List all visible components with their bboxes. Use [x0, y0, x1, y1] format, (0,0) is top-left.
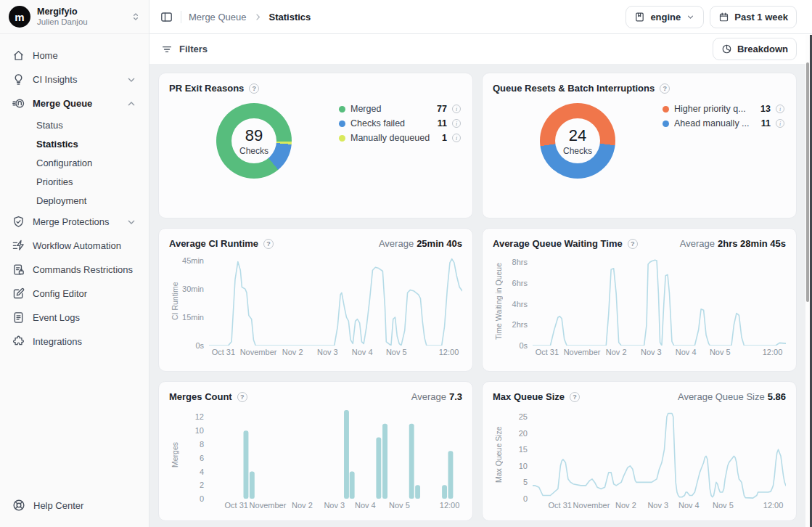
x-tick-label: Nov 3 — [641, 348, 662, 356]
chart-average-value: 5.86 — [768, 391, 786, 402]
donut-total: 89 — [245, 126, 263, 145]
sidebar-toggle-icon[interactable] — [160, 10, 173, 24]
puzzle-icon — [12, 335, 25, 348]
card-header: Max Queue Size?Average Queue Size5.86 — [493, 391, 786, 402]
sidebar-item-label: Merge Queue — [33, 98, 92, 109]
info-icon[interactable]: i — [452, 105, 461, 113]
plot-area: Oct 31NovemberNov 2Nov 3Nov 4Nov 512:00 — [533, 410, 786, 513]
y-tick-label: 20 — [519, 429, 528, 438]
help-icon[interactable]: ? — [628, 239, 638, 249]
info-icon[interactable]: i — [776, 119, 784, 128]
y-tick-label: 6hrs — [512, 279, 528, 287]
filters-button[interactable]: Filters — [161, 44, 208, 55]
chart-average: Average25min 40s — [379, 238, 462, 249]
breadcrumb-statistics: Statistics — [269, 12, 311, 23]
legend-color-dot — [339, 135, 345, 142]
card-header: Average CI Runtime?Average25min 40s — [169, 238, 462, 249]
x-tick-label: 12:00 — [440, 501, 460, 510]
card-header: PR Exit Reasons? — [169, 83, 462, 94]
info-icon[interactable]: i — [452, 119, 461, 128]
legend-color-dot — [663, 120, 669, 127]
lightbulb-icon — [12, 73, 25, 86]
x-tick-label: Oct 31 — [536, 348, 559, 356]
sidebar-item-workflow-automation[interactable]: Workflow Automation — [6, 234, 143, 258]
sidebar-item-label: Home — [33, 50, 58, 61]
topbar-divider — [181, 11, 181, 23]
sidebar-subitem-priorities[interactable]: Priorities — [6, 172, 143, 191]
x-tick-label: Nov 2 — [606, 348, 627, 356]
y-axis-title: Time Waiting in Queue — [493, 257, 504, 346]
y-tick-label: 8 — [200, 440, 204, 449]
legend-item-higher-priority-q[interactable]: Higher priority q...13i — [663, 102, 784, 116]
legend-item-ahead-manually[interactable]: Ahead manually ...11i — [663, 116, 784, 131]
dashboard-grid: PR Exit Reasons?89ChecksMerged77iChecks … — [149, 65, 812, 527]
legend-value: 11 — [438, 118, 447, 128]
help-icon[interactable]: ? — [660, 83, 670, 94]
bar — [344, 410, 349, 499]
sidebar-item-config-editor[interactable]: Config Editor — [6, 282, 143, 306]
info-icon[interactable]: i — [452, 134, 461, 142]
info-icon[interactable]: i — [776, 105, 784, 113]
y-tick-label: 4hrs — [512, 300, 528, 309]
help-icon[interactable]: ? — [263, 239, 274, 249]
x-tick-label: 12:00 — [439, 348, 459, 356]
legend-item-manually-dequeued[interactable]: Manually dequeued1i — [339, 131, 461, 145]
x-tick-label: November — [250, 501, 287, 510]
breadcrumb-merge-queue[interactable]: Merge Queue — [189, 12, 247, 23]
sidebar-item-merge-queue[interactable]: Merge Queue — [6, 91, 143, 115]
card-average-queue-waiting-time: Average Queue Waiting Time?Average2hrs 2… — [482, 228, 797, 372]
sidebar-item-event-logs[interactable]: Event Logs — [6, 306, 143, 330]
legend-label: Merged — [350, 104, 432, 114]
sidebar-item-integrations[interactable]: Integrations — [6, 330, 143, 354]
sidebar-item-merge-protections[interactable]: Merge Protections — [6, 210, 143, 234]
line-series — [533, 414, 786, 499]
sidebar-item-commands-restrictions[interactable]: Commands Restrictions — [6, 258, 143, 282]
chevron-down-icon — [686, 12, 695, 22]
donut-ring: 24Checks — [540, 103, 615, 179]
legend-label: Higher priority q... — [674, 104, 755, 114]
chart-title: Average CI Runtime — [169, 238, 258, 249]
date-range-button[interactable]: Past 1 week — [710, 6, 797, 28]
card-queue-resets-batch-interruptions: Queue Resets & Batch Interruptions?24Che… — [482, 73, 797, 218]
sidebar-item-label: Merge Protections — [33, 216, 110, 227]
breakdown-button[interactable]: Breakdown — [713, 38, 797, 60]
y-tick-label: 12 — [195, 412, 204, 421]
chevron-up-icon — [126, 98, 137, 110]
legend-color-dot — [663, 106, 669, 113]
legend-item-merged[interactable]: Merged77i — [339, 102, 461, 116]
donut-ring: 89Checks — [216, 103, 292, 179]
repository-selector[interactable]: engine — [626, 6, 704, 28]
org-switcher-updown-icon[interactable] — [130, 11, 142, 23]
help-icon[interactable]: ? — [237, 392, 247, 402]
y-tick-label: 10 — [195, 426, 204, 435]
sidebar-item-help-center[interactable]: Help Center — [0, 488, 149, 527]
repository-selector-label: engine — [650, 12, 681, 23]
y-axis-ticks: 024681012 — [180, 410, 209, 499]
sidebar-subitem-status[interactable]: Status — [6, 115, 143, 134]
bar — [448, 451, 453, 499]
x-tick-label: Nov 3 — [324, 501, 345, 510]
sidebar-subitem-configuration[interactable]: Configuration — [6, 153, 143, 172]
sidebar-subitem-deployment[interactable]: Deployment — [6, 191, 143, 210]
sidebar-item-label: Integrations — [33, 336, 82, 347]
org-switcher[interactable]: m Mergifyio Julien Danjou — [0, 0, 149, 34]
legend-label: Checks failed — [350, 118, 432, 128]
y-tick-label: 0 — [200, 494, 204, 503]
x-tick-label: Nov 3 — [647, 501, 668, 510]
chart-legend: Merged77iChecks failed11iManually dequeu… — [339, 95, 462, 179]
donut-chart: 24Checks — [493, 95, 663, 179]
help-icon[interactable]: ? — [249, 83, 259, 94]
org-names: Mergifyio Julien Danjou — [37, 7, 88, 27]
x-tick-label: Nov 4 — [678, 501, 700, 510]
line-series — [533, 260, 786, 346]
sidebar-item-ci-insights[interactable]: CI Insights — [6, 68, 143, 91]
bar — [409, 424, 414, 499]
sidebar-item-home[interactable]: Home — [6, 44, 143, 68]
help-icon[interactable]: ? — [570, 392, 580, 402]
scrollbar-thumb[interactable] — [806, 62, 809, 302]
sidebar-subitem-statistics[interactable]: Statistics — [6, 134, 143, 153]
legend-item-checks-failed[interactable]: Checks failed11i — [339, 116, 461, 131]
shield-check-icon — [12, 215, 25, 229]
chart-title: Max Queue Size — [493, 391, 565, 402]
pie-body: 24ChecksHigher priority q...13iAhead man… — [493, 95, 786, 179]
